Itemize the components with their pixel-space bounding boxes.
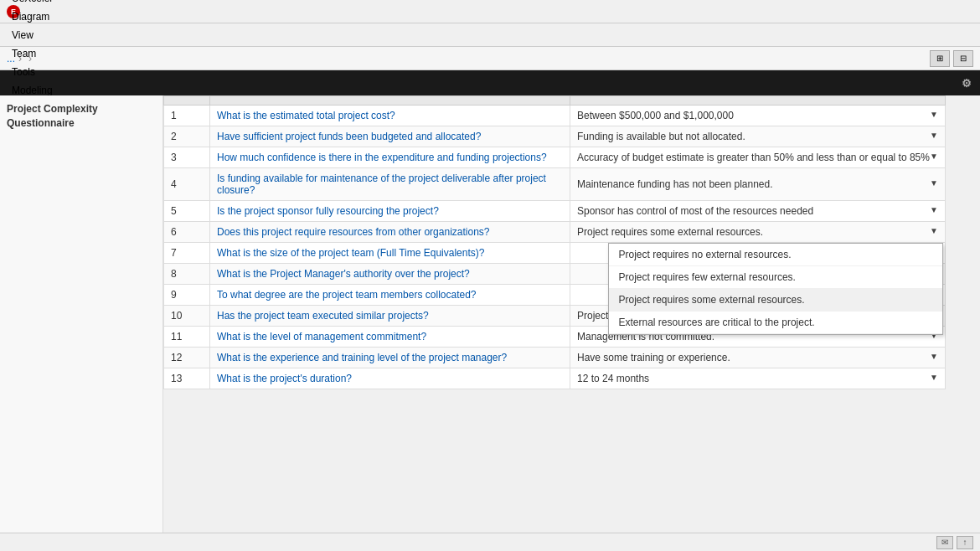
col-header-answer	[570, 96, 946, 106]
cell-question-2: Have sufficient project funds been budge…	[210, 126, 570, 147]
cell-question-3: How much confidence is there in the expe…	[210, 147, 570, 168]
table-row: 3How much confidence is there in the exp…	[164, 147, 946, 168]
title-bar: E	[0, 0, 980, 23]
sidebar: Project ComplexityQuestionnaire	[0, 95, 163, 533]
export-icon[interactable]: ↑	[957, 536, 973, 549]
sidebar-label: Project ComplexityQuestionnaire	[7, 102, 156, 131]
breadcrumb-ellipsis[interactable]: ...	[7, 53, 15, 64]
cell-no-7: 7	[164, 243, 210, 264]
breadcrumb-bar: ... › › ⊞ ⊟	[0, 47, 980, 70]
email-icon[interactable]: ✉	[936, 536, 953, 549]
cell-no-3: 3	[164, 147, 210, 168]
cell-answer-4[interactable]: Maintenance funding has not been planned…	[570, 168, 946, 201]
cell-no-9: 9	[164, 285, 210, 306]
breadcrumb-sep-1: ›	[18, 53, 22, 64]
dropdown-option-0[interactable]: Project requires no external resources.	[609, 244, 942, 266]
status-bar: ✉ ↑	[0, 533, 980, 551]
cell-answer-5[interactable]: Sponsor has control of most of the resou…	[570, 201, 946, 222]
menu-item-tools[interactable]: Tools	[3, 63, 61, 81]
cell-no-8: 8	[164, 264, 210, 285]
table-row: 2Have sufficient project funds been budg…	[164, 126, 946, 147]
minimize-button[interactable]	[896, 3, 920, 21]
cell-answer-13[interactable]: 12 to 24 months▼	[570, 368, 946, 389]
panel-header: ⚙	[0, 70, 980, 95]
dropdown-arrow-6[interactable]: ▼	[930, 226, 938, 235]
cell-question-10: Has the project team executed similar pr…	[210, 306, 570, 327]
close-button[interactable]	[950, 3, 973, 21]
dropdown-option-1[interactable]: Project requires few external resources.	[609, 266, 942, 289]
col-header-no	[164, 96, 210, 106]
cell-no-13: 13	[164, 368, 210, 389]
cell-no-4: 4	[164, 168, 210, 201]
cell-answer-1[interactable]: Between $500,000 and $1,000,000▼	[570, 106, 946, 126]
breadcrumb-icon-2[interactable]: ⊟	[953, 50, 973, 67]
dropdown-arrow-5[interactable]: ▼	[930, 205, 938, 214]
table-row: 1What is the estimated total project cos…	[164, 106, 946, 126]
cell-no-2: 2	[164, 126, 210, 147]
dropdown-arrow-3[interactable]: ▼	[930, 152, 938, 161]
cell-question-4: Is funding available for maintenance of …	[210, 168, 570, 201]
cell-question-9: To what degree are the project team memb…	[210, 285, 570, 306]
status-actions: ✉ ↑	[936, 536, 973, 549]
cell-question-11: What is the level of management commitme…	[210, 327, 570, 348]
dropdown-arrow-1[interactable]: ▼	[930, 110, 938, 119]
menu-item-view[interactable]: View	[3, 26, 61, 44]
cell-question-13: What is the project's duration?	[210, 368, 570, 389]
window-controls	[896, 3, 973, 21]
menu-item-uexceler[interactable]: UeXceler	[3, 0, 61, 8]
menu-bar: DashProjectITSMUeXcelerDiagramViewTeamTo…	[0, 23, 980, 47]
cell-answer-6[interactable]: Project requires some external resources…	[570, 222, 946, 243]
table-row: 13What is the project's duration?12 to 2…	[164, 368, 946, 389]
dropdown-arrow-12[interactable]: ▼	[930, 352, 938, 361]
breadcrumb-sep-2: ›	[28, 53, 32, 64]
breadcrumb-actions: ⊞ ⊟	[930, 50, 973, 67]
cell-question-5: Is the project sponsor fully resourcing …	[210, 201, 570, 222]
cell-question-8: What is the Project Manager's authority …	[210, 264, 570, 285]
dropdown-option-3[interactable]: External resources are critical to the p…	[609, 312, 942, 334]
table-header-row	[164, 96, 946, 106]
panel-settings-icon[interactable]: ⚙	[962, 77, 972, 90]
cell-answer-2[interactable]: Funding is available but not allocated.▼	[570, 126, 946, 147]
dropdown-arrow-2[interactable]: ▼	[930, 131, 938, 140]
cell-no-5: 5	[164, 201, 210, 222]
maximize-button[interactable]	[923, 3, 946, 21]
cell-no-10: 10	[164, 306, 210, 327]
cell-question-6: Does this project require resources from…	[210, 222, 570, 243]
dropdown-arrow-4[interactable]: ▼	[930, 178, 938, 188]
table-row: 6Does this project require resources fro…	[164, 222, 946, 243]
table-row: 4Is funding available for maintenance of…	[164, 168, 946, 201]
main-content: Project ComplexityQuestionnaire 1What is…	[0, 95, 980, 533]
cell-no-11: 11	[164, 327, 210, 348]
cell-answer-3[interactable]: Accuracy of budget estimate is greater t…	[570, 147, 946, 168]
menu-item-diagram[interactable]: Diagram	[3, 8, 61, 26]
cell-no-12: 12	[164, 348, 210, 368]
breadcrumb-icon-1[interactable]: ⊞	[930, 50, 950, 67]
dropdown-option-2[interactable]: Project requires some external resources…	[609, 289, 942, 312]
cell-question-7: What is the size of the project team (Fu…	[210, 243, 570, 264]
col-header-question	[210, 96, 570, 106]
dropdown-arrow-13[interactable]: ▼	[930, 373, 938, 382]
answer-dropdown-popup[interactable]: Project requires no external resources.P…	[608, 243, 943, 335]
table-row: 5Is the project sponsor fully resourcing…	[164, 201, 946, 222]
cell-no-6: 6	[164, 222, 210, 243]
cell-no-1: 1	[164, 106, 210, 126]
cell-question-12: What is the experience and training leve…	[210, 348, 570, 368]
table-area[interactable]: 1What is the estimated total project cos…	[163, 95, 946, 533]
table-row: 12What is the experience and training le…	[164, 348, 946, 368]
cell-answer-12[interactable]: Have some training or experience.▼	[570, 348, 946, 368]
cell-question-1: What is the estimated total project cost…	[210, 106, 570, 126]
